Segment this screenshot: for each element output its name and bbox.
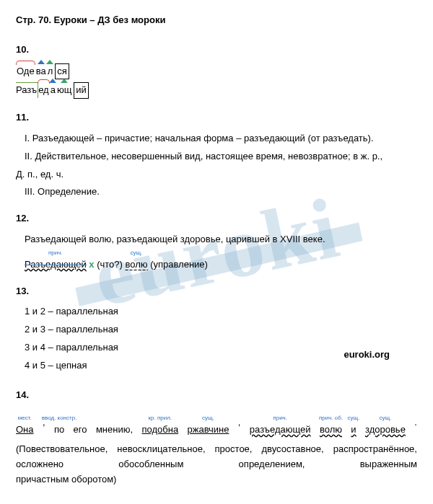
section-11-line: I. Разъедающей – причастие; начальная фо… [16, 131, 417, 146]
ending-segment: ся [55, 63, 69, 80]
section-12-line: Разъедающей волю, разъедающей здоровье, … [16, 232, 417, 247]
section-13-row: 1 и 2 – параллельная [25, 304, 212, 319]
paren-word: осложнено [16, 457, 64, 472]
word-rzhavchine: ржавчине [188, 424, 229, 435]
section-12-phrase: прич. Разъедающей х (что?) сущ. волю (уп… [16, 250, 417, 273]
paren-word: простое, [215, 442, 253, 457]
suffix-segment: а [50, 83, 56, 98]
word-ego: его [74, 424, 87, 435]
word-razedayushchei: разъедающей [250, 424, 311, 435]
word-zdorove: здоровье [365, 424, 406, 435]
question-text: (что?) [97, 259, 125, 270]
paren-word: определением, [239, 457, 305, 472]
section-12-num: 12. [16, 211, 417, 226]
noun-word: волю [125, 259, 147, 270]
labeled-word: сущ. волю [125, 250, 147, 273]
pos-label: прич. об. [319, 414, 343, 423]
suffix-segment: ва [35, 64, 47, 79]
paren-word: невосклицательное, [117, 442, 205, 457]
section-14-paren: (Повествовательное, невосклицательное, п… [16, 442, 417, 472]
pos-label: мест. [18, 414, 32, 423]
word-volyu: волю [320, 424, 342, 435]
dot: . [414, 415, 417, 438]
pos-label: кр. прил. [149, 414, 172, 423]
section-13-num: 13. [16, 284, 417, 299]
paren-word: обособленным [118, 457, 183, 472]
section-13-row: 2 и 3 – параллельная [25, 322, 212, 337]
paren-word: причастным оборотом) [16, 472, 417, 487]
section-10-word-2: Разъедающий [16, 82, 417, 99]
word-mneniyu: мнению, [96, 424, 133, 435]
participle-word: Разъедающей [25, 259, 87, 270]
paren-word: двусоставное, [262, 442, 324, 457]
section-13-row: 4 и 5 – цепная [25, 358, 212, 373]
paren-word: выраженным [360, 457, 417, 472]
section-10-word-1: Одевался [16, 63, 417, 80]
prefix-segment: Разъ [16, 82, 38, 98]
comma: , [238, 415, 241, 438]
word-i: и [351, 424, 356, 435]
suffix-segment: л [47, 64, 54, 79]
section-10-num: 10. [16, 43, 417, 58]
brand-text: euroki.org [344, 348, 390, 363]
labeled-word: прич. Разъедающей [25, 250, 87, 273]
page-content: Стр. 70. Еуроки – ДЗ без мороки 10. Одев… [16, 13, 417, 487]
section-11-line: II. Действительное, несовершенный вид, н… [16, 149, 417, 164]
pos-label: сущ. [202, 414, 214, 423]
root-segment: Оде [16, 64, 35, 79]
paren-word: распространённое, [333, 442, 417, 457]
pos-label: сущ. [131, 249, 143, 258]
pos-label: прич. [273, 414, 287, 423]
word-ona: Она [16, 424, 34, 435]
tail-text: (управление) [150, 259, 208, 270]
section-11-num: 11. [16, 110, 417, 125]
word-podobna: подобна [141, 424, 178, 435]
pos-label: сущ. [348, 414, 360, 423]
section-11-line: III. Определение. [16, 185, 417, 200]
root-segment: ед [38, 83, 50, 98]
pos-label: сущ. [380, 414, 392, 423]
section-14-num: 14. [16, 388, 417, 403]
paren-word: (Повествовательное, [16, 442, 108, 457]
word-po: по [54, 424, 64, 435]
page-title: Стр. 70. Еуроки – ДЗ без мороки [16, 13, 417, 28]
section-14-sentence: мест.Она, ввод. констр.по его мнению, кр… [16, 408, 417, 438]
pos-label: ввод. констр. [42, 414, 77, 423]
dependency-x: х [89, 259, 94, 270]
suffix-segment: ющ [56, 83, 72, 98]
section-11-line: Д. п., ед. ч. [16, 167, 417, 182]
ending-segment: ий [74, 82, 89, 99]
section-13-row: 3 и 4 – параллельная [25, 340, 212, 355]
pos-label: прич. [48, 249, 63, 258]
